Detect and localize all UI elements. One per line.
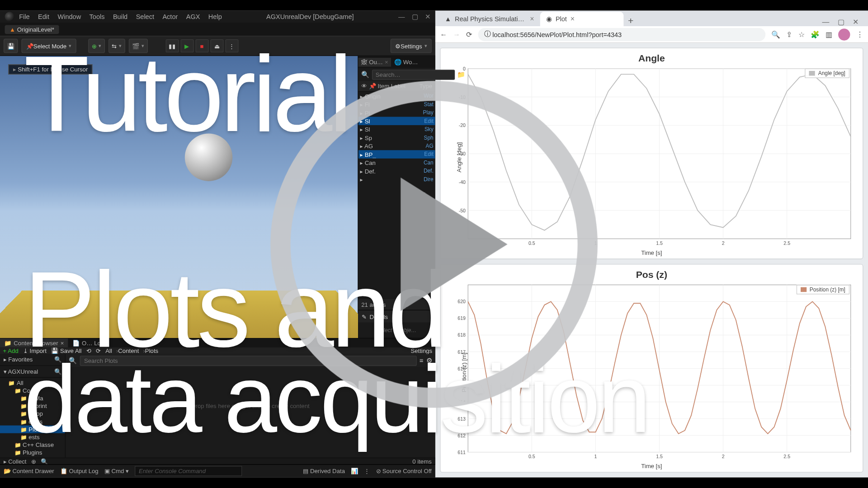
settings-button[interactable]: ⚙ Settings▾ <box>391 39 432 53</box>
share-icon[interactable]: ⇪ <box>786 30 792 38</box>
menu-select[interactable]: Select <box>136 13 154 20</box>
tree-node[interactable]: 📁Co <box>0 387 65 394</box>
tree-node[interactable]: 📁Plugins <box>0 449 65 456</box>
play-options-icon[interactable]: ⋮ <box>225 39 238 52</box>
tab-output-log[interactable]: 📄 O… Log <box>68 338 108 347</box>
history-fwd-icon[interactable]: ⟳ <box>96 347 101 354</box>
console-input[interactable]: Enter Console Command <box>135 466 242 476</box>
browser-tab-inactive[interactable]: ▲ Real Physics Simulations - Fast - × <box>439 12 540 26</box>
outliner-item[interactable]: ▸ SpSph <box>359 133 435 141</box>
search-icon[interactable]: 🔍 <box>54 368 61 375</box>
reload-icon[interactable]: ⟳ <box>466 30 472 38</box>
outliner-item[interactable]: ▸ FlStat <box>359 100 435 108</box>
menu-edit[interactable]: Edit <box>38 13 49 20</box>
new-tab-icon[interactable]: + <box>623 15 638 26</box>
marketplace-icon[interactable]: ⇆▾ <box>108 39 125 53</box>
save-all-button[interactable]: 💾 Save All <box>51 347 81 354</box>
stats-icon[interactable]: 📊 <box>351 468 358 474</box>
more-icon[interactable]: ⋮ <box>364 468 370 474</box>
mode-selector[interactable]: 📌 Select Mode▾ <box>21 39 76 53</box>
project-root[interactable]: AGXUnreal <box>8 368 38 375</box>
outliner-item[interactable]: ▸ SlSky <box>359 125 435 133</box>
outliner-item[interactable]: ▸ PlPlay <box>359 108 435 117</box>
menu-help[interactable]: Help <box>208 13 222 20</box>
browser-tab-active[interactable]: ◉ Plot × <box>540 12 624 26</box>
minimize-icon[interactable]: — <box>822 18 829 26</box>
menu-tools[interactable]: Tools <box>90 13 105 20</box>
outliner-item[interactable]: ▸ OriginWor <box>359 92 435 100</box>
tree-node[interactable]: 📁evels <box>0 418 65 425</box>
star-icon[interactable]: ☆ <box>798 30 805 38</box>
svg-text:1: 1 <box>594 454 597 459</box>
menu-build[interactable]: Build <box>113 13 127 20</box>
outliner-item[interactable]: ▸ CanCan <box>359 159 435 167</box>
eject-icon[interactable]: ⏏ <box>210 39 223 52</box>
zoom-icon[interactable]: 🔍 <box>771 30 780 38</box>
tree-node[interactable]: 📁All <box>0 379 65 387</box>
import-button[interactable]: ⤓ Import <box>23 347 47 354</box>
forward-icon[interactable]: → <box>453 30 460 38</box>
url-bar[interactable]: ⓘ localhost:5656/NewPlot/Plot.html?port=… <box>478 28 766 41</box>
tree-node[interactable]: 📁Plots <box>0 426 65 433</box>
sidepanel-icon[interactable]: ▥ <box>826 30 832 38</box>
play-controls: ▮▮ ▶ ■ ⏏ ⋮ <box>165 39 238 52</box>
content-settings-button[interactable]: Settings <box>410 347 432 354</box>
editor-titlebar: FileEditWindowToolsBuildSelectActorAGXHe… <box>0 11 435 23</box>
svg-text:-50: -50 <box>459 208 466 213</box>
level-tab[interactable]: ▲ OriginalLevel* <box>5 25 59 34</box>
outliner-count: 21 actors <box>359 299 435 310</box>
close-tab-icon[interactable]: × <box>571 15 575 23</box>
pause-icon[interactable]: ▮▮ <box>165 39 179 52</box>
tab-details[interactable]: Details <box>370 313 388 320</box>
outliner-item[interactable]: ▸ AGAG <box>359 142 435 150</box>
search-icon[interactable]: 🔍 <box>54 357 61 363</box>
back-icon[interactable]: ← <box>440 30 447 38</box>
breadcrumb-item[interactable]: Plots <box>145 347 161 354</box>
breadcrumb-item[interactable]: All <box>105 347 118 354</box>
filter-icon[interactable]: ≡ <box>420 357 423 364</box>
content-search[interactable] <box>80 356 417 366</box>
history-back-icon[interactable]: ⟲ <box>86 347 91 354</box>
frame-advance-icon[interactable]: ▶ <box>180 39 193 52</box>
outliner-item[interactable]: ▸ Dire <box>359 175 435 183</box>
tab-outliner[interactable]: 🕸 Ou… × <box>359 57 392 66</box>
add-content-icon[interactable]: ⊕▾ <box>88 39 105 53</box>
close-icon[interactable]: ✕ <box>425 13 430 20</box>
favorites-section[interactable]: Favorites <box>8 357 33 363</box>
tab-world[interactable]: 🌐 Wo… <box>391 57 421 66</box>
view-options-icon[interactable]: ⚙ <box>426 357 432 364</box>
source-control-button[interactable]: ⊘ Source Control Off <box>376 468 432 474</box>
tree-node[interactable]: 📁gxMa <box>0 394 65 402</box>
menu-window[interactable]: Window <box>58 13 81 20</box>
add-button[interactable]: + Add <box>3 347 19 354</box>
derived-data-button[interactable]: ▤ Derived Data <box>303 468 344 474</box>
chart-angle: Angle 0-10-20-30-40-500.511.522.5 Angle … <box>440 47 863 259</box>
outliner-item[interactable]: ▸ BP_Edit <box>359 150 435 158</box>
close-icon[interactable]: ✕ <box>853 18 859 26</box>
tree-node[interactable]: 📁velop <box>0 410 65 418</box>
tab-content-browser[interactable]: 📁 Content Browser × <box>0 338 68 347</box>
stop-icon[interactable]: ■ <box>195 39 208 52</box>
maximize-icon[interactable]: ▢ <box>412 13 418 20</box>
cinematic-icon[interactable]: 🎬▾ <box>128 39 147 53</box>
tree-node[interactable]: 📁ueprint <box>0 402 65 410</box>
profile-avatar[interactable] <box>838 28 850 40</box>
minimize-icon[interactable]: — <box>398 13 405 20</box>
outliner-item[interactable]: ▸ Def.Def. <box>359 167 435 175</box>
extensions-icon[interactable]: 🧩 <box>811 30 820 38</box>
output-log-button[interactable]: 📋 Output Log <box>60 468 99 474</box>
menu-file[interactable]: File <box>19 13 29 20</box>
outliner-item[interactable]: ▸ SlEdit <box>359 117 435 125</box>
maximize-icon[interactable]: ▢ <box>838 18 844 26</box>
tree-node[interactable]: 📁ests <box>0 433 65 441</box>
menu-actor[interactable]: Actor <box>162 13 178 20</box>
tree-node[interactable]: 📁C++ Classe <box>0 441 65 449</box>
menu-icon[interactable]: ⋮ <box>856 30 863 38</box>
save-icon[interactable]: 💾 <box>4 39 18 53</box>
content-drawer-button[interactable]: 📂 Content Drawer <box>4 468 54 474</box>
level-viewport[interactable]: Shift+F1 for Mouse Cursor <box>0 56 358 338</box>
outliner-search[interactable] <box>372 70 455 80</box>
menu-agx[interactable]: AGX <box>186 13 200 20</box>
breadcrumb-item[interactable]: Content <box>118 347 145 354</box>
close-tab-icon[interactable]: × <box>530 15 534 23</box>
